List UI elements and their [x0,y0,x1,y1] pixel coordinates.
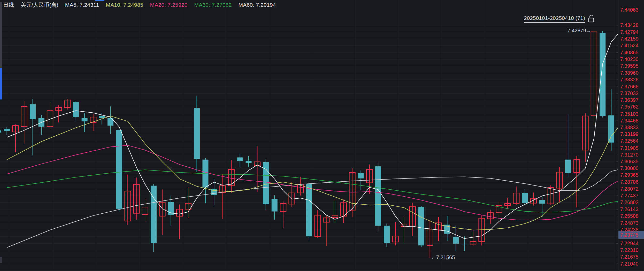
ma60-legend: MA60: 7.29194 [239,2,276,8]
axis-price-label: 7.37666 [620,84,639,89]
axis-price-label: 7.30000 [620,166,639,171]
low-price-annotation: ←7.21565 [431,254,455,260]
high-price-annotation: 7.42879→ [568,27,591,34]
candle-body[interactable] [30,104,36,119]
axis-price-label: 7.34468 [620,118,639,123]
date-range-selector[interactable]: 20250101-20250410 (71) [524,15,595,23]
axis-price-label: 7.28706 [620,179,639,184]
ma-line-ma5 [7,32,618,238]
axis-price-label: 7.40230 [620,57,639,62]
candle-body[interactable] [272,199,278,212]
candle-body[interactable] [418,207,424,245]
axis-price-label: 7.33199 [620,131,639,137]
axis-price-label: 7.26143 [620,207,639,212]
candle-body[interactable] [565,160,571,173]
left-scrollbar-thumb[interactable] [0,68,2,99]
ma5-legend: MA5: 7.24311 [65,2,99,8]
ma20-legend: MA20: 7.25920 [150,2,187,8]
axis-price-label: 7.26802 [620,200,639,205]
candle-body[interactable] [4,129,10,131]
axis-price-label: 7.22310 [620,247,639,253]
candle-body[interactable] [73,102,79,117]
chart-legend: 日线 美元/人民币(离) MA5: 7.24311 MA10: 7.24985 … [3,1,276,9]
axis-price-label: 7.29365 [620,172,639,177]
candle-body[interactable] [99,116,105,118]
axis-price-label: 7.38960 [620,70,639,75]
candle-body[interactable] [116,130,122,209]
axis-price-label: 7.31905 [620,145,639,151]
axis-price-label: 7.21040 [620,261,639,266]
axis-price-label: 7.32564 [620,138,639,143]
axis-price-label: 7.40865 [620,50,639,55]
unlock-icon[interactable] [587,14,595,23]
ma10-legend: MA10: 7.24985 [106,2,143,8]
axis-price-label: 7.38326 [620,77,639,82]
axis-price-label: 7.35103 [620,111,639,117]
axis-price-label: 7.37032 [620,91,639,96]
axis-price-label: 7.31270 [620,152,639,157]
axis-price-label: 7.39595 [620,63,639,68]
candle-body[interactable] [358,173,364,179]
candle-body[interactable] [522,193,528,203]
axis-price-label: 7.41524 [620,43,639,48]
candle-body[interactable] [0,130,1,133]
ma-line-ma20 [7,145,618,220]
axis-max-label: 7.44063 [620,7,639,12]
axis-price-label: 7.33833 [620,125,639,130]
axis-price-label: 7.43428 [620,22,639,28]
axis-price-label: 7.36397 [620,97,639,103]
axis-price-label: 7.21675 [620,254,639,259]
axis-price-label: 7.24238 [620,227,639,232]
axis-price-label: 7.27437 [620,193,639,198]
date-range-label[interactable]: 20250101-20250410 (71) [524,15,585,23]
fx-candlestick-chart-app: 日线 美元/人民币(离) MA5: 7.24311 MA10: 7.24985 … [0,0,644,271]
candle-body[interactable] [539,200,545,204]
axis-price-label: 7.35762 [620,104,639,109]
ma-line-ma10 [7,116,618,230]
candle-body[interactable] [608,115,614,143]
ma30-legend: MA30: 7.27062 [194,2,232,8]
axis-price-label: 7.42794 [620,29,639,35]
axis-price-label: 7.30635 [620,159,639,164]
ma-line-ma30 [7,170,618,212]
candle-body[interactable] [263,162,269,204]
symbol-title: 美元/人民币(离) [21,1,58,9]
candle-body[interactable] [82,118,88,121]
candle-body[interactable] [246,161,251,163]
axis-price-label: 7.42159 [620,36,639,41]
candle-body[interactable] [462,244,467,244]
top-tab-indicator [95,0,104,1]
axis-price-label: 7.22944 [620,241,639,246]
candle-body[interactable] [237,157,243,161]
price-chart-canvas[interactable] [0,0,618,271]
price-axis[interactable]: 7.44063 7.23745 7.434287.427947.421597.4… [618,0,644,271]
axis-price-label: 7.24873 [620,220,639,226]
candle-body[interactable] [194,108,200,159]
candle-body[interactable] [375,166,381,226]
candle-body[interactable] [306,184,312,236]
candle-body[interactable] [453,237,459,244]
interval-label: 日线 [3,1,14,9]
axis-price-label: 7.25508 [620,213,639,219]
axis-price-label: 7.28072 [620,186,639,191]
time-axis-strip [0,270,644,271]
left-scrollbar-notch [0,257,2,263]
candle-body[interactable] [600,33,605,116]
left-scrollbar-track [0,2,2,68]
candle-body[interactable] [384,226,390,243]
ma-line-ma60 [7,169,618,247]
